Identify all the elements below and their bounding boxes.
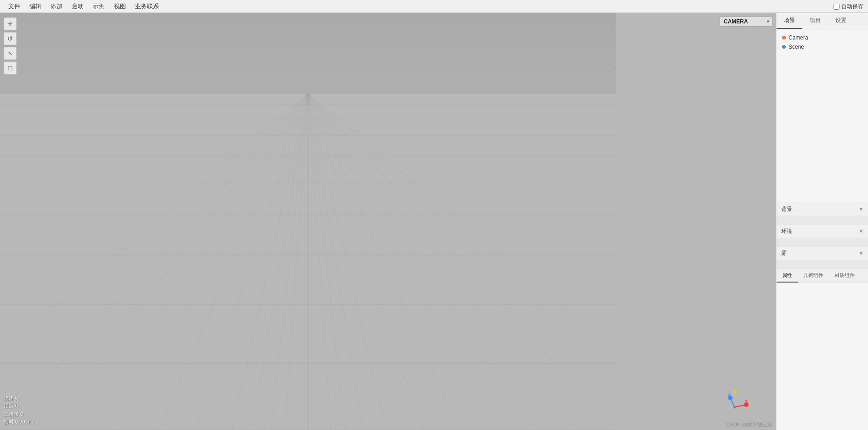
- menubar: 文件 编辑 添加 启动 示例 视图 业务联系 自动保存: [0, 0, 868, 13]
- viewport-container[interactable]: ✛ ↺ ⤡ □ CAMERA PERSPECTIVE FR: [0, 13, 776, 430]
- menu-examples[interactable]: 示例: [88, 1, 109, 12]
- left-toolbar: ✛ ↺ ⤡ □: [4, 17, 17, 74]
- background-chevron-icon: ▼: [859, 207, 863, 212]
- properties-panel: [777, 283, 868, 430]
- camera-select[interactable]: CAMERA PERSPECTIVE FRONT BACK LEFT RIGHT…: [720, 17, 772, 27]
- scene-dot: [782, 45, 786, 49]
- menu-start[interactable]: 启动: [67, 1, 88, 12]
- scene-item-camera[interactable]: Camera: [782, 33, 862, 42]
- environment-chevron-icon: ▼: [859, 229, 863, 234]
- stat-objects: 物体 0: [4, 394, 33, 402]
- scene-list: Camera Scene: [777, 29, 868, 55]
- move-tool-button[interactable]: ✛: [4, 17, 17, 30]
- main-layout: ✛ ↺ ⤡ □ CAMERA PERSPECTIVE FR: [0, 13, 868, 430]
- menu-file[interactable]: 文件: [4, 1, 25, 12]
- grid-overlay: [0, 13, 776, 430]
- svg-point-46: [733, 406, 736, 408]
- svg-text:Z: Z: [728, 392, 731, 396]
- menu-view[interactable]: 视图: [109, 1, 130, 12]
- section-fog[interactable]: 雾 ▼: [777, 247, 868, 260]
- autosave-label: 自动保存: [841, 3, 863, 11]
- scene-empty-area: [777, 55, 868, 203]
- camera-label: Camera: [789, 34, 808, 41]
- rotate-icon: ↺: [7, 35, 13, 42]
- svg-text:X: X: [745, 399, 748, 403]
- scene-tabs: 场景 项目 设置: [777, 13, 868, 29]
- select-tool-button[interactable]: □: [4, 62, 17, 74]
- fog-label: 雾: [781, 249, 859, 257]
- watermark: CSDN @在下胡三汉: [726, 421, 772, 428]
- environment-content: [777, 238, 868, 247]
- tab-project[interactable]: 项目: [802, 13, 828, 29]
- environment-label: 环境: [781, 227, 859, 235]
- autosave-checkbox[interactable]: [834, 4, 840, 10]
- camera-dot: [782, 36, 786, 40]
- section-background[interactable]: 背景 ▼: [777, 203, 868, 215]
- move-icon: ✛: [7, 20, 13, 28]
- viewport-canvas[interactable]: ✛ ↺ ⤡ □ CAMERA PERSPECTIVE FR: [0, 13, 776, 430]
- scale-icon: ⤡: [8, 50, 12, 57]
- scene-item-scene[interactable]: Scene: [782, 42, 862, 51]
- menu-edit[interactable]: 编辑: [25, 1, 46, 12]
- tab-properties[interactable]: 属性: [777, 269, 798, 283]
- stat-vertices: 顶点 0: [4, 402, 33, 410]
- fog-content: [777, 260, 868, 269]
- stat-triangles: 三角形 0: [4, 410, 33, 419]
- tab-scene[interactable]: 场景: [777, 13, 802, 29]
- axis-gizmo: Z X Y: [721, 389, 749, 416]
- camera-dropdown: CAMERA PERSPECTIVE FRONT BACK LEFT RIGHT…: [720, 17, 772, 27]
- camera-select-wrapper: CAMERA PERSPECTIVE FRONT BACK LEFT RIGHT…: [720, 17, 772, 27]
- tab-material-components[interactable]: 材质组件: [829, 269, 860, 283]
- autosave-area: 自动保存: [834, 0, 863, 13]
- section-environment[interactable]: 环境 ▼: [777, 225, 868, 238]
- scene-label: Scene: [789, 44, 804, 50]
- rect-icon: □: [8, 64, 12, 72]
- stat-time: 帧时 0.90 ms: [4, 418, 33, 426]
- bottom-tabs: 属性 几何组件 材质组件: [777, 269, 868, 283]
- stats-overlay: 物体 0 顶点 0 三角形 0 帧时 0.90 ms: [4, 394, 33, 426]
- scale-tool-button[interactable]: ⤡: [4, 47, 17, 60]
- svg-text:Y: Y: [733, 389, 736, 392]
- tab-settings[interactable]: 设置: [828, 13, 854, 29]
- background-content: [777, 215, 868, 225]
- menu-add[interactable]: 添加: [46, 1, 67, 12]
- right-panel: 场景 项目 设置 Camera Scene 背景 ▼ 环境 ▼: [776, 13, 868, 430]
- background-label: 背景: [781, 205, 859, 213]
- axis-indicator: Z X Y: [721, 389, 749, 416]
- menu-business[interactable]: 业务联系: [130, 1, 164, 12]
- tab-geometry-components[interactable]: 几何组件: [798, 269, 829, 283]
- fog-chevron-icon: ▼: [859, 251, 863, 256]
- rotate-tool-button[interactable]: ↺: [4, 32, 17, 45]
